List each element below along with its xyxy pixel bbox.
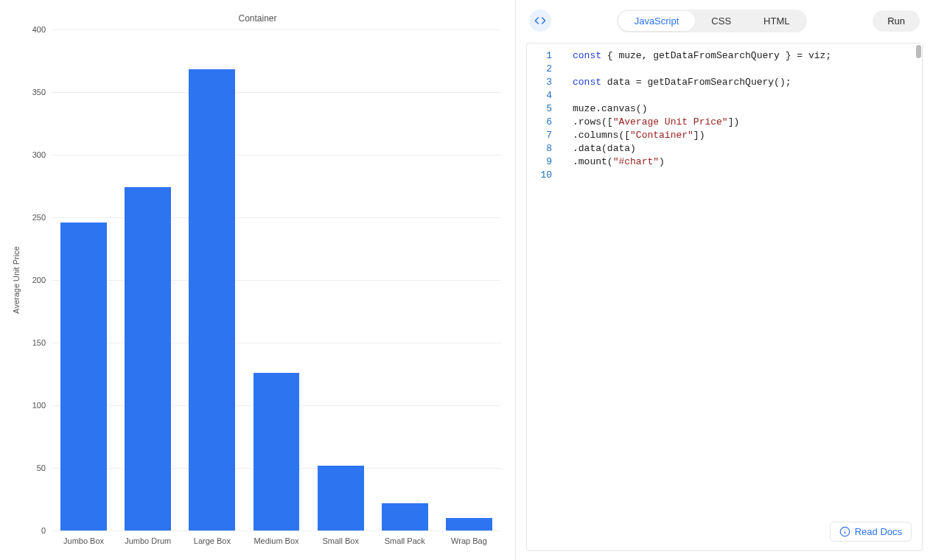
bar[interactable] [60,223,107,531]
x-tick-label: Small Box [322,536,359,545]
gridline [52,280,501,281]
x-tick-label: Jumbo Box [63,536,104,545]
language-tabs: JavaScript CSS HTML [617,10,808,32]
chart-area: 050100150200250300350400Jumbo BoxJumbo D… [52,29,501,531]
code-panel: JavaScript CSS HTML Run 12345678910 cons… [516,0,933,560]
x-tick-label: Wrap Bag [451,536,487,545]
read-docs-link[interactable]: Read Docs [830,522,912,542]
bar[interactable] [318,466,364,531]
y-tick-label: 150 [16,338,46,347]
y-tick-label: 200 [16,276,46,284]
gridline [52,155,501,155]
y-tick-label: 400 [16,25,46,34]
bar[interactable] [125,187,171,531]
gridline [52,531,501,531]
gridline [52,92,501,93]
bar[interactable] [254,373,300,531]
y-tick-label: 300 [16,150,46,159]
tab-css[interactable]: CSS [695,11,747,31]
tab-javascript[interactable]: JavaScript [618,11,696,31]
bar[interactable] [189,69,235,531]
x-tick-label: Large Box [194,536,231,545]
gridline [52,29,501,30]
editor-gutter: 12345678910 [527,43,559,550]
read-docs-label: Read Docs [855,526,902,537]
scrollbar[interactable] [915,43,922,550]
gridline [52,343,501,343]
y-tick-label: 0 [16,526,46,535]
code-editor[interactable]: 12345678910 const { muze, getDataFromSea… [526,43,923,551]
x-tick-label: Small Pack [385,536,425,545]
run-button[interactable]: Run [873,10,920,32]
info-icon [839,526,850,537]
plot-region: 050100150200250300350400Jumbo BoxJumbo D… [52,29,501,531]
x-tick-label: Medium Box [254,536,298,545]
toolbar: JavaScript CSS HTML Run [516,0,933,41]
bar[interactable] [446,518,492,531]
scrollbar-thumb[interactable] [916,45,921,58]
editor-code[interactable]: const { muze, getDataFromSearchQuery } =… [559,43,839,550]
tab-html[interactable]: HTML [747,11,806,31]
gridline [52,217,501,218]
y-tick-label: 250 [16,213,46,222]
y-tick-label: 50 [16,463,46,472]
bar[interactable] [382,503,428,531]
x-tick-label: Jumbo Drum [125,536,171,545]
y-tick-label: 100 [16,401,46,410]
y-tick-label: 350 [16,88,46,97]
chart-panel: Container Average Unit Price 05010015020… [0,0,516,560]
code-icon[interactable] [529,10,551,32]
chart-title: Container [0,13,515,24]
